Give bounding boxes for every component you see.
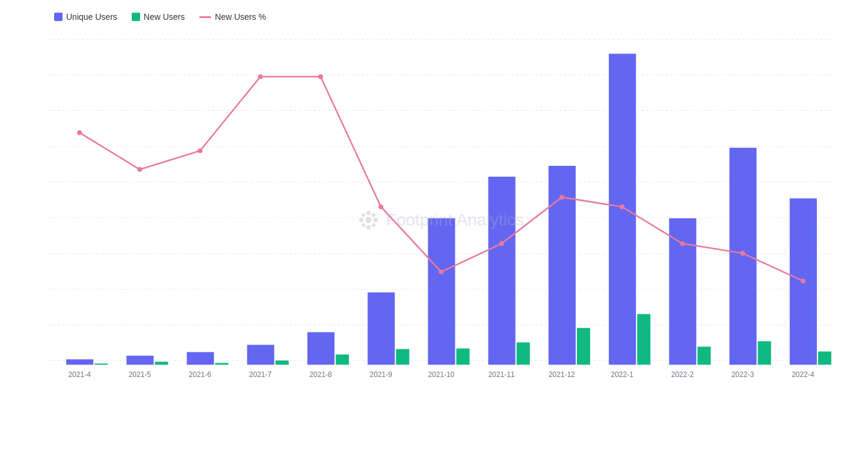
dot-pct-7 [499, 241, 504, 246]
dot-pct-12 [801, 278, 805, 283]
dot-pct-3 [258, 74, 263, 79]
bar-new-5 [396, 349, 409, 364]
legend-label-new: New Users [144, 12, 185, 22]
x-label-1: 2021-5 [129, 370, 152, 379]
chart-legend: Unique Users New Users New Users % [48, 12, 832, 22]
bar-unique-10 [669, 218, 696, 365]
chart-area: Footprint Analytics 0 2.0M 4.0M 6.0M 8.0… [48, 34, 832, 406]
dot-pct-4 [318, 74, 323, 79]
bar-new-1 [155, 362, 168, 365]
dot-pct-0 [77, 130, 82, 135]
x-label-2: 2021-6 [189, 370, 212, 379]
dot-pct-6 [439, 269, 443, 274]
dot-pct-10 [680, 241, 685, 246]
legend-unique-users: Unique Users [54, 12, 117, 22]
bar-new-4 [336, 355, 349, 365]
x-label-5: 2021-9 [370, 370, 393, 379]
x-label-11: 2022-3 [731, 370, 754, 379]
bar-new-6 [457, 348, 470, 364]
x-label-8: 2021-12 [549, 370, 575, 379]
dot-pct-1 [137, 167, 142, 172]
legend-dot-new [132, 13, 140, 21]
x-label-10: 2022-2 [671, 370, 694, 379]
main-chart-svg: 0 2.0M 4.0M 6.0M 8.0M 10.0M 12.0M 14.0M … [48, 34, 832, 406]
bar-new-9 [637, 314, 650, 364]
x-label-6: 2021-10 [428, 370, 454, 379]
dot-pct-11 [740, 251, 745, 256]
x-label-3: 2021-7 [249, 370, 272, 379]
x-label-0: 2021-4 [68, 370, 91, 379]
bar-new-7 [517, 342, 530, 364]
bar-unique-9 [609, 54, 636, 364]
dot-pct-5 [378, 204, 383, 209]
bar-unique-5 [368, 292, 395, 364]
legend-new-users-pct: New Users % [199, 12, 266, 22]
chart-container: Unique Users New Users New Users % [0, 0, 868, 454]
legend-new-users: New Users [132, 12, 185, 22]
x-label-7: 2021-11 [488, 370, 515, 379]
dot-pct-8 [559, 195, 564, 200]
bar-unique-6 [428, 218, 455, 365]
bar-new-8 [577, 328, 590, 364]
bar-unique-4 [307, 332, 334, 364]
bar-unique-2 [187, 352, 214, 365]
legend-label-unique: Unique Users [66, 12, 117, 22]
bar-new-11 [758, 341, 771, 364]
dot-pct-2 [198, 149, 203, 153]
bar-new-12 [818, 352, 831, 365]
bar-unique-0 [66, 360, 93, 365]
dot-pct-9 [620, 204, 624, 209]
bar-new-3 [275, 361, 289, 365]
x-label-12: 2022-4 [792, 370, 814, 379]
bar-new-2 [215, 363, 229, 365]
x-label-4: 2021-8 [309, 370, 332, 379]
bar-unique-7 [488, 177, 516, 365]
bar-unique-1 [126, 356, 153, 365]
bar-new-0 [94, 364, 108, 365]
x-label-9: 2022-1 [611, 370, 633, 379]
legend-dot-unique [54, 13, 63, 21]
bar-unique-11 [730, 148, 757, 365]
legend-dot-pct [199, 16, 211, 18]
bar-new-10 [697, 346, 710, 364]
bar-unique-3 [247, 345, 274, 364]
legend-label-pct: New Users % [215, 12, 266, 22]
